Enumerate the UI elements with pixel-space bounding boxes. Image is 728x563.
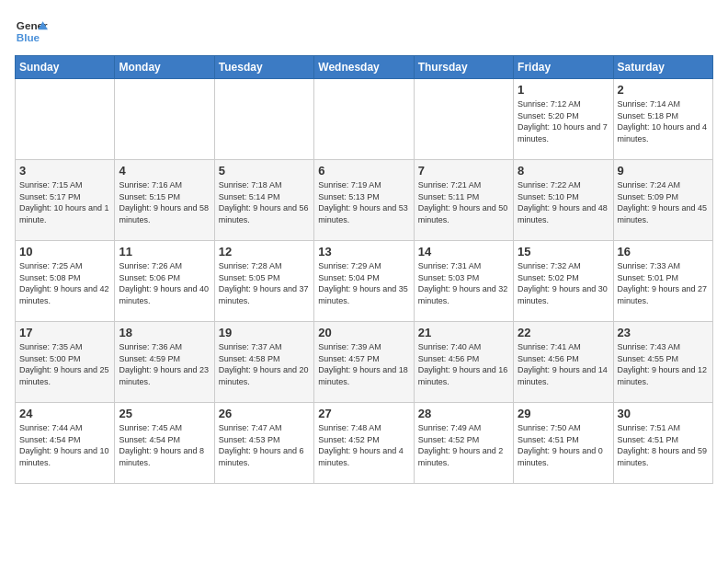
day-number: 1 <box>518 83 609 97</box>
calendar-cell: 10Sunrise: 7:25 AM Sunset: 5:08 PM Dayli… <box>16 241 115 322</box>
day-info: Sunrise: 7:36 AM Sunset: 4:59 PM Dayligh… <box>119 341 210 387</box>
calendar-cell: 6Sunrise: 7:19 AM Sunset: 5:13 PM Daylig… <box>314 160 414 241</box>
calendar-cell <box>115 79 214 160</box>
calendar-week-5: 24Sunrise: 7:44 AM Sunset: 4:54 PM Dayli… <box>16 403 713 484</box>
day-number: 16 <box>618 245 709 259</box>
day-number: 7 <box>418 164 509 178</box>
day-number: 15 <box>518 245 609 259</box>
day-number: 22 <box>518 326 609 339</box>
page-header: General Blue <box>15 15 713 48</box>
day-number: 3 <box>19 164 110 178</box>
calendar-week-4: 17Sunrise: 7:35 AM Sunset: 5:00 PM Dayli… <box>16 322 713 403</box>
calendar-cell: 9Sunrise: 7:24 AM Sunset: 5:09 PM Daylig… <box>613 160 712 241</box>
day-header-wednesday: Wednesday <box>314 56 414 79</box>
day-info: Sunrise: 7:25 AM Sunset: 5:08 PM Dayligh… <box>19 260 110 306</box>
day-info: Sunrise: 7:29 AM Sunset: 5:04 PM Dayligh… <box>318 260 409 306</box>
calendar-cell: 7Sunrise: 7:21 AM Sunset: 5:11 PM Daylig… <box>414 160 513 241</box>
calendar-cell: 28Sunrise: 7:49 AM Sunset: 4:52 PM Dayli… <box>414 403 513 484</box>
day-info: Sunrise: 7:35 AM Sunset: 5:00 PM Dayligh… <box>19 341 110 387</box>
day-header-tuesday: Tuesday <box>214 56 313 79</box>
day-number: 30 <box>618 407 709 420</box>
day-header-monday: Monday <box>115 56 214 79</box>
day-number: 9 <box>618 164 709 178</box>
day-info: Sunrise: 7:26 AM Sunset: 5:06 PM Dayligh… <box>119 260 210 306</box>
day-number: 20 <box>318 326 409 339</box>
calendar-cell: 17Sunrise: 7:35 AM Sunset: 5:00 PM Dayli… <box>16 322 115 403</box>
calendar-cell: 2Sunrise: 7:14 AM Sunset: 5:18 PM Daylig… <box>613 79 712 160</box>
day-number: 21 <box>418 326 509 339</box>
day-info: Sunrise: 7:18 AM Sunset: 5:14 PM Dayligh… <box>219 179 310 225</box>
calendar-cell: 3Sunrise: 7:15 AM Sunset: 5:17 PM Daylig… <box>16 160 115 241</box>
calendar-cell: 24Sunrise: 7:44 AM Sunset: 4:54 PM Dayli… <box>16 403 115 484</box>
day-header-thursday: Thursday <box>414 56 513 79</box>
calendar-cell <box>314 79 414 160</box>
calendar-cell: 15Sunrise: 7:32 AM Sunset: 5:02 PM Dayli… <box>514 241 613 322</box>
day-info: Sunrise: 7:44 AM Sunset: 4:54 PM Dayligh… <box>19 422 110 468</box>
day-info: Sunrise: 7:37 AM Sunset: 4:58 PM Dayligh… <box>219 341 310 387</box>
day-number: 10 <box>19 245 110 259</box>
calendar-cell <box>16 79 115 160</box>
day-info: Sunrise: 7:21 AM Sunset: 5:11 PM Dayligh… <box>418 179 509 225</box>
calendar-cell: 25Sunrise: 7:45 AM Sunset: 4:54 PM Dayli… <box>115 403 214 484</box>
day-info: Sunrise: 7:24 AM Sunset: 5:09 PM Dayligh… <box>618 179 709 225</box>
svg-text:Blue: Blue <box>17 31 40 43</box>
day-number: 14 <box>418 245 509 259</box>
day-info: Sunrise: 7:16 AM Sunset: 5:15 PM Dayligh… <box>119 179 210 225</box>
day-number: 28 <box>418 407 509 420</box>
day-number: 19 <box>219 326 310 339</box>
calendar-cell: 30Sunrise: 7:51 AM Sunset: 4:51 PM Dayli… <box>613 403 712 484</box>
day-number: 17 <box>19 326 110 339</box>
day-number: 29 <box>518 407 609 420</box>
day-info: Sunrise: 7:22 AM Sunset: 5:10 PM Dayligh… <box>518 179 609 225</box>
calendar-cell: 22Sunrise: 7:41 AM Sunset: 4:56 PM Dayli… <box>514 322 613 403</box>
day-info: Sunrise: 7:51 AM Sunset: 4:51 PM Dayligh… <box>618 422 709 468</box>
day-info: Sunrise: 7:40 AM Sunset: 4:56 PM Dayligh… <box>418 341 509 387</box>
day-info: Sunrise: 7:12 AM Sunset: 5:20 PM Dayligh… <box>518 98 609 144</box>
day-info: Sunrise: 7:15 AM Sunset: 5:17 PM Dayligh… <box>19 179 110 225</box>
day-info: Sunrise: 7:39 AM Sunset: 4:57 PM Dayligh… <box>318 341 409 387</box>
calendar-cell: 14Sunrise: 7:31 AM Sunset: 5:03 PM Dayli… <box>414 241 513 322</box>
day-info: Sunrise: 7:49 AM Sunset: 4:52 PM Dayligh… <box>418 422 509 468</box>
day-number: 25 <box>119 407 210 420</box>
day-number: 5 <box>219 164 310 178</box>
day-info: Sunrise: 7:43 AM Sunset: 4:55 PM Dayligh… <box>618 341 709 387</box>
day-info: Sunrise: 7:41 AM Sunset: 4:56 PM Dayligh… <box>518 341 609 387</box>
day-number: 13 <box>318 245 409 259</box>
logo-icon: General Blue <box>15 15 48 48</box>
day-info: Sunrise: 7:45 AM Sunset: 4:54 PM Dayligh… <box>119 422 210 468</box>
calendar-cell: 11Sunrise: 7:26 AM Sunset: 5:06 PM Dayli… <box>115 241 214 322</box>
calendar-cell: 26Sunrise: 7:47 AM Sunset: 4:53 PM Dayli… <box>214 403 313 484</box>
calendar-cell: 19Sunrise: 7:37 AM Sunset: 4:58 PM Dayli… <box>214 322 313 403</box>
day-info: Sunrise: 7:32 AM Sunset: 5:02 PM Dayligh… <box>518 260 609 306</box>
day-info: Sunrise: 7:50 AM Sunset: 4:51 PM Dayligh… <box>518 422 609 468</box>
day-number: 2 <box>618 83 709 97</box>
calendar-cell: 13Sunrise: 7:29 AM Sunset: 5:04 PM Dayli… <box>314 241 414 322</box>
day-info: Sunrise: 7:14 AM Sunset: 5:18 PM Dayligh… <box>618 98 709 144</box>
day-number: 8 <box>518 164 609 178</box>
day-number: 4 <box>119 164 210 178</box>
day-info: Sunrise: 7:33 AM Sunset: 5:01 PM Dayligh… <box>618 260 709 306</box>
calendar-cell: 12Sunrise: 7:28 AM Sunset: 5:05 PM Dayli… <box>214 241 313 322</box>
day-info: Sunrise: 7:19 AM Sunset: 5:13 PM Dayligh… <box>318 179 409 225</box>
calendar-cell: 16Sunrise: 7:33 AM Sunset: 5:01 PM Dayli… <box>613 241 712 322</box>
calendar-cell: 8Sunrise: 7:22 AM Sunset: 5:10 PM Daylig… <box>514 160 613 241</box>
day-number: 27 <box>318 407 409 420</box>
day-header-saturday: Saturday <box>613 56 712 79</box>
calendar-cell: 5Sunrise: 7:18 AM Sunset: 5:14 PM Daylig… <box>214 160 313 241</box>
day-number: 23 <box>618 326 709 339</box>
calendar-cell: 29Sunrise: 7:50 AM Sunset: 4:51 PM Dayli… <box>514 403 613 484</box>
calendar-cell: 1Sunrise: 7:12 AM Sunset: 5:20 PM Daylig… <box>514 79 613 160</box>
calendar-cell: 27Sunrise: 7:48 AM Sunset: 4:52 PM Dayli… <box>314 403 414 484</box>
calendar-cell: 23Sunrise: 7:43 AM Sunset: 4:55 PM Dayli… <box>613 322 712 403</box>
calendar-cell: 20Sunrise: 7:39 AM Sunset: 4:57 PM Dayli… <box>314 322 414 403</box>
day-number: 24 <box>19 407 110 420</box>
calendar-table: SundayMondayTuesdayWednesdayThursdayFrid… <box>15 55 713 484</box>
calendar-cell: 4Sunrise: 7:16 AM Sunset: 5:15 PM Daylig… <box>115 160 214 241</box>
calendar-cell: 21Sunrise: 7:40 AM Sunset: 4:56 PM Dayli… <box>414 322 513 403</box>
logo: General Blue <box>15 15 48 48</box>
calendar-week-3: 10Sunrise: 7:25 AM Sunset: 5:08 PM Dayli… <box>16 241 713 322</box>
day-info: Sunrise: 7:28 AM Sunset: 5:05 PM Dayligh… <box>219 260 310 306</box>
day-info: Sunrise: 7:31 AM Sunset: 5:03 PM Dayligh… <box>418 260 509 306</box>
day-number: 26 <box>219 407 310 420</box>
calendar-week-2: 3Sunrise: 7:15 AM Sunset: 5:17 PM Daylig… <box>16 160 713 241</box>
